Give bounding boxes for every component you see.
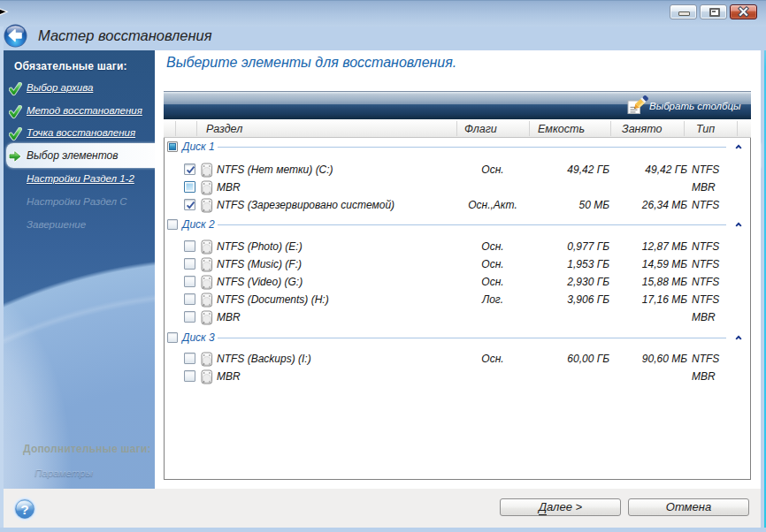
svg-text:?: ? [20,502,28,517]
